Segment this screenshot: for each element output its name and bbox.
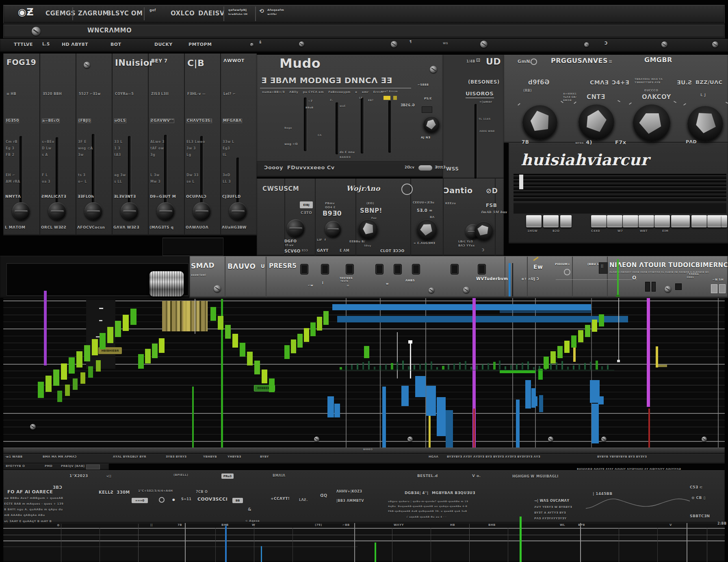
- playhead-purple[interactable]: [647, 298, 650, 407]
- midi-note-green[interactable]: [100, 333, 106, 349]
- marker-line-green[interactable]: [617, 259, 619, 296]
- preset-button[interactable]: [691, 215, 707, 227]
- fader-track[interactable]: [128, 136, 131, 203]
- patch-connector[interactable]: [346, 264, 354, 275]
- preset-button[interactable]: [560, 215, 572, 227]
- midi-clip-blue[interactable]: [516, 400, 520, 447]
- midi-clip-blue[interactable]: [415, 376, 426, 397]
- transport-item[interactable]: HD ɅBY8T: [62, 42, 88, 47]
- fader-track[interactable]: [474, 104, 477, 179]
- midi-note-green[interactable]: [210, 307, 216, 321]
- menu-item[interactable]: Afeqeefm: [267, 9, 284, 12]
- tool-box[interactable]: [652, 282, 656, 292]
- rotary-knob[interactable]: [157, 202, 175, 220]
- midi-clip-blue[interactable]: [401, 386, 409, 406]
- green-clip-bar[interactable]: [500, 370, 535, 373]
- midi-clip-blue[interactable]: [437, 397, 446, 436]
- clock-icon[interactable]: [564, 269, 570, 275]
- big-knob[interactable]: [633, 104, 670, 141]
- midi-note-green[interactable]: [145, 349, 151, 363]
- midi-note-green[interactable]: [544, 357, 549, 369]
- midi-note-green[interactable]: [550, 351, 556, 363]
- midi-note-green[interactable]: [92, 339, 98, 355]
- midi-note-green[interactable]: [571, 335, 576, 348]
- playhead-purple[interactable]: [44, 291, 47, 365]
- record-icon[interactable]: [32, 27, 41, 36]
- midi-note-green[interactable]: [115, 321, 121, 337]
- midi-note-green[interactable]: [80, 372, 85, 384]
- big-knob[interactable]: [474, 221, 493, 240]
- midi-note-green[interactable]: [310, 322, 316, 336]
- midi-note-green[interactable]: [130, 309, 136, 325]
- midi-note-green[interactable]: [61, 363, 67, 380]
- midi-note-green[interactable]: [599, 314, 604, 326]
- preset-button[interactable]: [607, 215, 622, 227]
- grid-marker-green[interactable]: [375, 543, 376, 562]
- midi-clip-blue[interactable]: [592, 404, 599, 443]
- midi-note-green[interactable]: [262, 370, 267, 383]
- rotary-knob[interactable]: [193, 202, 211, 220]
- midi-note-green[interactable]: [38, 382, 44, 398]
- transport-item[interactable]: L.S: [42, 42, 50, 47]
- midi-note-green[interactable]: [73, 378, 78, 390]
- midi-note-green[interactable]: [138, 354, 144, 369]
- rotary-knob[interactable]: [48, 202, 66, 220]
- rotary-knob[interactable]: [84, 202, 102, 220]
- midi-note-green[interactable]: [254, 361, 260, 374]
- midi-note-green[interactable]: [57, 391, 62, 402]
- midi-note-green[interactable]: [123, 315, 129, 331]
- midi-clip-blue[interactable]: [598, 396, 604, 404]
- midi-note-green[interactable]: [152, 344, 158, 358]
- midi-clip-blue[interactable]: [382, 387, 386, 447]
- preset-button[interactable]: [526, 215, 542, 227]
- tool-box[interactable]: [711, 284, 717, 293]
- grid-marker-blue[interactable]: [261, 546, 262, 562]
- patch-connector[interactable]: [300, 264, 308, 275]
- preset-button[interactable]: [707, 215, 723, 227]
- menu-item[interactable]: qefwwfpNj: [228, 9, 247, 12]
- toolbar-label[interactable]: Ew: [533, 264, 543, 270]
- midi-note-green[interactable]: [107, 327, 113, 343]
- menu-item[interactable]: hrwBfshn tM: [228, 13, 247, 15]
- menu-item[interactable]: ZɅGRUM: [78, 11, 109, 17]
- midi-note-green[interactable]: [88, 366, 93, 378]
- big-knob[interactable]: [687, 106, 723, 141]
- rotary-knob[interactable]: [121, 202, 139, 220]
- clip-band-blue-dark[interactable]: [337, 316, 628, 322]
- transport-item[interactable]: TTTLVE: [14, 42, 33, 47]
- midi-note-green[interactable]: [96, 360, 101, 372]
- midi-note-green[interactable]: [269, 378, 275, 392]
- tool-box[interactable]: [719, 284, 726, 293]
- patch-connector[interactable]: [321, 264, 329, 275]
- midi-note-green[interactable]: [240, 343, 245, 357]
- tool-box[interactable]: [675, 283, 682, 290]
- midi-note-green[interactable]: [76, 351, 82, 367]
- menu-item[interactable]: CGEMGS: [46, 11, 76, 17]
- preset-button[interactable]: [543, 215, 559, 227]
- fader-track[interactable]: [361, 97, 364, 153]
- preset-button[interactable]: [671, 215, 690, 227]
- midi-clip-blue[interactable]: [327, 396, 334, 417]
- mudo-knob[interactable]: [423, 116, 440, 132]
- midi-note-green[interactable]: [247, 352, 253, 365]
- fader-track[interactable]: [336, 102, 338, 154]
- patch-connector[interactable]: [375, 264, 384, 275]
- midi-note-green[interactable]: [46, 376, 52, 392]
- mini-knob[interactable]: [463, 287, 470, 293]
- menu-item[interactable]: OXLCO: [171, 11, 195, 17]
- midi-note-green[interactable]: [84, 345, 90, 361]
- transport-item[interactable]: DUCKY: [154, 42, 173, 47]
- fader-track[interactable]: [304, 97, 307, 151]
- midi-note-green[interactable]: [65, 385, 70, 396]
- big-knob[interactable]: [522, 105, 557, 140]
- toolbar-label[interactable]: SMɅD: [191, 262, 215, 270]
- param-chip[interactable]: BB: [232, 498, 243, 503]
- patch-connector[interactable]: [478, 264, 486, 275]
- menu-item[interactable]: wrtfbr: [267, 13, 277, 15]
- midi-clip-blue[interactable]: [533, 396, 537, 406]
- big-knob[interactable]: [578, 104, 614, 140]
- big-knob[interactable]: [417, 219, 437, 240]
- midi-note-green[interactable]: [291, 339, 296, 353]
- loop-line-green[interactable]: [192, 387, 194, 447]
- green-note[interactable]: [364, 346, 369, 358]
